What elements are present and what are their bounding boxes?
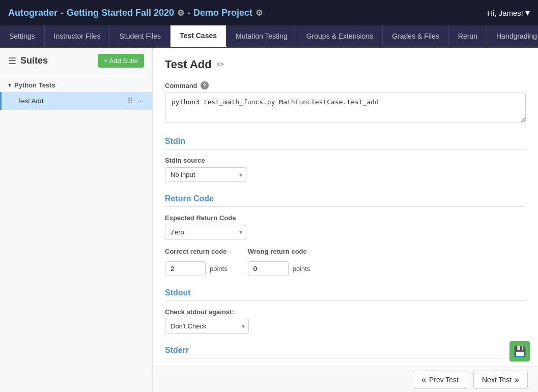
test-item-actions: ⠿ ···	[127, 96, 144, 106]
stdout-section-title: Stdout	[165, 288, 526, 301]
prev-test-arrow-icon: «	[421, 375, 426, 384]
expected-return-code-select-wrapper: Zero Nonzero Any ▾	[165, 225, 246, 239]
return-code-section: Return Code Expected Return Code Zero No…	[165, 194, 526, 276]
more-options-icon[interactable]: ···	[137, 97, 144, 106]
nav-tabs: Settings Instructor Files Student Files …	[0, 25, 538, 48]
save-icon: 💾	[514, 345, 526, 357]
tab-settings[interactable]: Settings	[0, 25, 45, 47]
suite-group: ▾ Python Tests Test Add ⠿ ···	[0, 74, 152, 114]
stdout-section: Stdout Check stdout against: Don't Check…	[165, 288, 526, 334]
tab-mutation-testing[interactable]: Mutation Testing	[226, 25, 297, 47]
tab-instructor-files[interactable]: Instructor Files	[45, 25, 110, 47]
wrong-return-code-label: Wrong return code	[248, 248, 310, 255]
next-test-arrow-icon: »	[515, 375, 519, 384]
sidebar-title-group: ☰ Suites	[8, 55, 48, 67]
return-code-points-row: Correct return code points Wrong return …	[165, 248, 526, 276]
expected-return-code-select[interactable]: Zero Nonzero Any	[165, 225, 246, 239]
user-label: Hi, James!	[487, 9, 523, 17]
expected-return-code-label: Expected Return Code	[165, 214, 526, 222]
user-menu[interactable]: Hi, James! ▾	[487, 7, 530, 18]
stdout-check-select[interactable]: Don't Check Expected Output Text Diff	[165, 319, 249, 334]
correct-return-code-group: Correct return code points	[165, 248, 228, 276]
drag-icon[interactable]: ⠿	[127, 96, 133, 106]
wrong-points-label: points	[293, 265, 310, 273]
command-textarea[interactable]: python3 test_math_funcs.py MathFuncTestC…	[165, 93, 526, 123]
course-gear-icon[interactable]: ⚙	[177, 8, 184, 18]
sidebar-header: ☰ Suites + Add Suite	[0, 48, 152, 74]
stdin-source-select-wrapper: No input Text File ▾	[165, 167, 246, 182]
stdout-check-label: Check stdout against:	[165, 308, 526, 316]
stdin-source-label: Stdin source	[165, 157, 526, 164]
correct-points-label: points	[210, 265, 228, 273]
user-menu-chevron-icon: ▾	[525, 7, 530, 18]
stdout-check-select-wrapper: Don't Check Expected Output Text Diff ▾	[165, 319, 249, 334]
tab-handgrading[interactable]: Handgrading	[487, 25, 538, 47]
tab-rerun[interactable]: Rerun	[449, 25, 487, 47]
suite-label: Python Tests	[14, 81, 55, 89]
correct-return-code-input[interactable]	[165, 261, 206, 276]
test-item-label: Test Add	[18, 97, 43, 105]
project-gear-icon[interactable]: ⚙	[256, 8, 263, 18]
suite-arrow-icon: ▾	[8, 82, 11, 88]
edit-test-title-icon[interactable]: ✏	[217, 59, 224, 70]
save-button[interactable]: 💾	[509, 341, 530, 361]
project-name: Demo Project	[193, 8, 252, 18]
brand-sep2: -	[187, 8, 190, 18]
add-suite-button[interactable]: + Add Suite	[98, 54, 144, 68]
wrong-points-row: points	[248, 261, 310, 276]
command-help-icon[interactable]: ?	[201, 81, 209, 89]
test-item-test-add[interactable]: Test Add ⠿ ···	[0, 92, 152, 110]
test-title: Test Add	[165, 58, 212, 71]
command-label: Command ?	[165, 81, 526, 89]
tab-test-cases[interactable]: Test Cases	[171, 25, 226, 47]
correct-return-code-label: Correct return code	[165, 248, 228, 255]
next-test-button[interactable]: Next Test »	[473, 371, 528, 389]
sidebar-title: Suites	[20, 55, 48, 66]
stdin-section: Stdin Stdin source No input Text File ▾	[165, 137, 526, 182]
suite-item-python-tests[interactable]: ▾ Python Tests	[0, 78, 152, 92]
sidebar-hamburger-icon[interactable]: ☰	[8, 55, 16, 67]
wrong-return-code-input[interactable]	[248, 261, 289, 276]
top-header: Autograder - Getting Started Fall 2020 ⚙…	[0, 0, 538, 25]
tab-grades-files[interactable]: Grades & Files	[383, 25, 449, 47]
brand-sep1: -	[61, 8, 64, 18]
bottom-bar: « Prev Test Next Test »	[153, 367, 538, 392]
prev-test-button[interactable]: « Prev Test	[413, 371, 467, 389]
brand: Autograder - Getting Started Fall 2020 ⚙…	[8, 8, 263, 18]
brand-title: Autograder	[8, 8, 58, 18]
correct-points-row: points	[165, 261, 228, 276]
course-name: Getting Started Fall 2020	[67, 8, 174, 18]
return-code-section-title: Return Code	[165, 194, 526, 207]
tab-student-files[interactable]: Student Files	[110, 25, 171, 47]
main-layout: ☰ Suites + Add Suite ▾ Python Tests Test…	[0, 48, 538, 392]
tab-groups-extensions[interactable]: Groups & Extensions	[297, 25, 383, 47]
stdin-section-title: Stdin	[165, 137, 526, 149]
test-title-row: Test Add ✏	[165, 58, 526, 71]
stdin-source-select[interactable]: No input Text File	[165, 167, 246, 182]
stderr-section-title: Stderr	[165, 346, 526, 358]
sidebar: ☰ Suites + Add Suite ▾ Python Tests Test…	[0, 48, 153, 392]
command-section: Command ? python3 test_math_funcs.py Mat…	[165, 81, 526, 125]
content-area: Test Add ✏ Command ? python3 test_math_f…	[153, 48, 538, 392]
wrong-return-code-group: Wrong return code points	[248, 248, 310, 276]
